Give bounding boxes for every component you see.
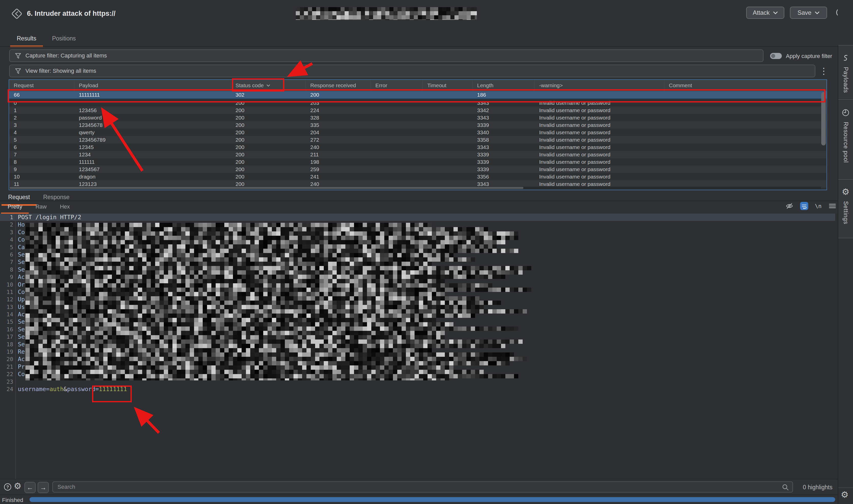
cell-warning: Invalid username or password [534,143,664,151]
bottom-settings-gear-icon[interactable]: ⚙ [841,490,849,499]
cell-length: 3356 [473,173,534,180]
cell-payload: 1234567 [74,165,231,173]
cell-payload: 123456 [74,107,231,114]
table-row[interactable]: 6123452002403343Invalid username or pass… [9,143,827,151]
header-prefix: Co [18,229,25,235]
search-help-icon[interactable]: ? [3,483,12,491]
cell-warning: Invalid username or password [534,114,664,121]
results-table-header: RequestPayloadStatus codeResponse receiv… [9,80,827,91]
column-header-error[interactable]: Error [371,80,423,91]
table-menu-kebab-icon[interactable]: ⋮ [819,65,828,77]
cell-length: 3343 [473,143,534,151]
line-text: Co [13,229,25,236]
cell-error [371,158,423,165]
table-row[interactable]: 712342002113339Invalid username or passw… [9,151,827,158]
attack-button[interactable]: Attack [746,6,784,19]
tab-pretty[interactable]: Pretty [1,201,29,214]
cell-error [371,173,423,180]
word-wrap-icon[interactable] [800,202,808,210]
table-row-selected[interactable]: 6611111111302200186 [9,91,827,99]
table-row[interactable]: 02002033343Invalid username or password [9,99,827,107]
column-header--warning-[interactable]: -warning> [534,80,664,91]
tab-results[interactable]: Results [10,33,43,47]
cell-received: 272 [306,136,371,143]
save-button[interactable]: Save [790,6,827,19]
request-editor[interactable]: 1POST /login HTTP/22Ho3Co4Co5Ca6Se7Se8Se… [0,214,838,479]
cell-warning: Invalid username or password [534,158,664,165]
tab-positions[interactable]: Positions [46,33,83,47]
table-row[interactable]: 3123456782003353339Invalid username or p… [9,121,827,129]
header-prefix: Ac [18,356,25,362]
horizontal-scrollbar[interactable] [10,187,523,189]
line-text: Pr [13,363,25,371]
cell-warning: Invalid username or password [534,173,664,180]
header-prefix: Up [18,296,25,303]
table-row[interactable]: 2password2003283343Invalid username or p… [9,114,827,121]
line-number: 1 [0,214,13,221]
cell-length: 3339 [473,121,534,129]
body-token: 11111111 [99,386,127,392]
line-text: Ac [13,356,25,363]
cell-warning [534,91,664,98]
vertical-scrollbar[interactable] [821,92,826,145]
cell-payload: 12345678 [74,121,231,129]
cell-request: 4 [9,129,74,136]
hide-eye-icon[interactable] [785,202,794,210]
line-number: 8 [0,266,13,273]
sidebar-item-resource-pool[interactable]: Resource pool [838,101,853,180]
cell-payload: 1234 [74,151,231,158]
tab-hex[interactable]: Hex [53,201,76,214]
table-row[interactable]: 912345672002593339Invalid username or pa… [9,165,827,173]
table-row[interactable]: 10dragon2002413356Invalid username or pa… [9,173,827,180]
column-header-timeout[interactable]: Timeout [423,80,473,91]
apply-capture-filter-toggle[interactable] [770,53,782,59]
line-number: 7 [0,258,13,266]
view-filter-bar[interactable]: View filter: Showing all items [9,65,815,77]
cell-length: 3339 [473,165,534,173]
column-header-length[interactable]: Length [473,80,534,91]
column-header-response-received[interactable]: Response received [306,80,371,91]
funnel-icon [15,68,21,74]
newline-toggle-icon[interactable]: \n [815,203,822,209]
line-text: Ho [13,221,25,228]
cell-timeout [423,114,473,121]
cell-payload: dragon [74,173,231,180]
sidebar-item-settings[interactable]: ⚙ Settings [838,180,853,238]
svg-text:?: ? [6,485,9,489]
back-icon[interactable] [11,8,22,19]
cell-timeout [423,158,473,165]
magnifier-icon [782,484,789,491]
cell-timeout [423,136,473,143]
table-row[interactable]: 81111112001983339Invalid username or pas… [9,158,827,165]
cell-status: 200 [231,114,306,121]
cell-comment [664,99,827,107]
cell-status: 200 [231,158,306,165]
sidebar-item-payloads[interactable]: Payloads [838,45,853,100]
table-row[interactable]: 4qwerty2002043340Invalid username or pas… [9,129,827,136]
hamburger-menu-icon[interactable] [828,202,836,210]
tab-raw[interactable]: Raw [29,201,53,214]
capture-filter-bar[interactable]: Capture filter: Capturing all items [9,49,763,62]
cell-warning: Invalid username or password [534,136,664,143]
search-settings-gear-icon[interactable]: ⚙ [14,482,21,490]
line-number: 21 [0,363,13,371]
table-row[interactable]: 11234562002243342Invalid username or pas… [9,107,827,114]
clock-icon [841,109,850,117]
previous-match-button[interactable]: ← [24,482,36,493]
column-header-request[interactable]: Request [9,80,74,91]
cell-length: 3340 [473,129,534,136]
sidebar-item-label: Resource pool [842,122,849,163]
line-text: Up [13,296,25,303]
line-number: 13 [0,303,13,311]
next-match-button[interactable]: → [38,482,49,493]
column-header-status-code[interactable]: Status code [231,80,306,91]
table-row[interactable]: 51234567892002723358Invalid username or … [9,136,827,143]
column-header-payload[interactable]: Payload [74,80,231,91]
line-text: POST /login HTTP/2 [13,214,81,221]
cell-request: 1 [9,107,74,114]
cell-status: 200 [231,173,306,180]
search-input[interactable] [57,482,777,492]
cell-length: 3339 [473,158,534,165]
cell-request: 66 [9,91,74,98]
column-header-comment[interactable]: Comment [664,80,827,91]
